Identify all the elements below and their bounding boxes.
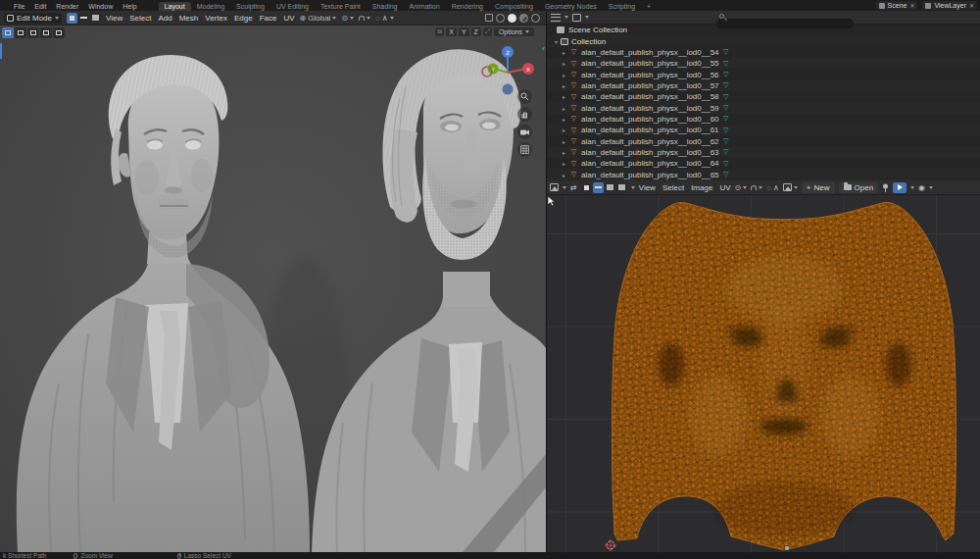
disclosure-arrow-icon[interactable]: ▸ (560, 82, 568, 89)
viewport-menu-item[interactable]: Add (158, 14, 172, 23)
collection-expanded-icon[interactable]: ▾ (552, 38, 561, 45)
workspace-tab[interactable]: Compositing (489, 2, 539, 11)
solid-shading-icon[interactable] (508, 14, 516, 23)
outliner-row[interactable]: ▸▽alan_default_publish_physx__lod0__57▽ (547, 80, 980, 91)
select-lasso-tool-button[interactable] (40, 27, 52, 38)
pan-hand-icon[interactable] (517, 107, 532, 122)
outliner-row[interactable]: ▸▽alan_default_publish_physx__lod0__65▽ (547, 169, 980, 179)
outliner[interactable]: Scene Collection ▾ Collection ▸▽alan_def… (547, 11, 980, 180)
region-divider[interactable] (546, 11, 547, 552)
camera-view-icon[interactable] (517, 125, 532, 139)
uv-island[interactable] (547, 195, 980, 552)
uv-2d-cursor[interactable] (605, 539, 616, 551)
cursor-tool-button[interactable] (53, 27, 65, 38)
workspace-tab[interactable]: Sculpting (230, 2, 270, 11)
outliner-row[interactable]: ▸▽alan_default_publish_physx__lod0__62▽ (547, 135, 980, 146)
xray-toggle-icon[interactable] (485, 14, 493, 22)
orientation-selector[interactable]: ⊕ Global (300, 14, 337, 23)
disclosure-arrow-icon[interactable]: ▸ (560, 127, 568, 133)
viewport-menu-item[interactable]: Mesh (179, 14, 199, 23)
overlays-icon[interactable]: ◉ (918, 183, 925, 192)
viewport-menu-item[interactable]: Edge (234, 14, 253, 23)
remove-viewlayer-icon[interactable]: ✕ (969, 2, 974, 9)
tweak-tool-button[interactable] (2, 27, 14, 38)
select-box-tool-button[interactable] (15, 27, 26, 38)
outliner-row[interactable]: ▸▽alan_default_publish_physx__lod0__61▽ (547, 125, 980, 135)
unlink-scene-icon[interactable]: ✕ (909, 2, 914, 9)
rendered-shading-icon[interactable] (531, 14, 540, 23)
workspace-tab[interactable]: Shading (367, 2, 404, 11)
viewport-menu-item[interactable]: View (106, 14, 122, 23)
snap-selector[interactable] (359, 16, 370, 21)
outliner-row[interactable]: ▸▽alan_default_publish_physx__lod0__60▽ (547, 114, 980, 125)
vertex-select-mode-button[interactable] (67, 13, 77, 24)
outliner-row[interactable]: ▸▽alan_default_publish_physx__lod0__56▽ (547, 69, 980, 79)
mirror-y-toggle[interactable]: Y (459, 27, 469, 36)
pivot-selector[interactable]: ⊙ (341, 14, 354, 23)
disclosure-arrow-icon[interactable]: ▸ (560, 105, 568, 112)
uv-vertex-select-button[interactable] (581, 182, 592, 193)
mirror-x-toggle[interactable]: X (446, 27, 457, 36)
outliner-row[interactable]: ▸▽alan_default_publish_physx__lod0__58▽ (547, 91, 980, 102)
uv-pivot-selector[interactable]: ⊙ (735, 183, 748, 192)
edge-select-mode-button[interactable] (78, 13, 89, 24)
workspace-tab[interactable]: Layout (159, 2, 191, 11)
uv-proportional-editing[interactable]: ◌ ∧ (766, 183, 779, 192)
scene-selector[interactable]: Scene ✕ (876, 1, 918, 10)
outliner-row[interactable]: ▸▽alan_default_publish_physx__lod0__59▽ (547, 102, 980, 113)
gizmo-toggle-icon[interactable] (893, 182, 906, 193)
outliner-editor-type-icon[interactable] (551, 14, 561, 22)
menu-item[interactable]: Help (122, 3, 136, 10)
face-select-mode-button[interactable] (90, 13, 101, 24)
uv-face-select-button[interactable] (605, 182, 615, 193)
display-mode-icon[interactable] (572, 14, 581, 22)
image-browse-selector[interactable] (783, 183, 798, 191)
mode-selector[interactable]: Edit Mode (4, 13, 62, 24)
selected-uv-vertex[interactable] (785, 546, 789, 550)
disclosure-arrow-icon[interactable]: ▸ (560, 93, 568, 100)
ortho-grid-icon[interactable] (517, 142, 532, 157)
workspace-tab[interactable]: Rendering (446, 2, 489, 11)
menu-item[interactable]: Window (88, 3, 113, 10)
workspace-tab[interactable]: Animation (404, 2, 446, 11)
workspace-tab[interactable]: UV Editing (270, 2, 315, 11)
menu-item[interactable]: Render (56, 3, 78, 10)
disclosure-arrow-icon[interactable]: ▸ (560, 49, 568, 56)
uv-menu-item[interactable]: UV (719, 183, 730, 192)
outliner-row[interactable]: ▸▽alan_default_publish_physx__lod0__55▽ (547, 58, 980, 69)
viewport-menu-item[interactable]: Select (129, 14, 151, 23)
3d-viewport[interactable]: Edit Mode ViewSelectAddMeshVertexEdgeFac… (0, 11, 546, 552)
scene-collection-row[interactable]: Scene Collection (547, 25, 980, 35)
disclosure-arrow-icon[interactable]: ▸ (560, 72, 568, 78)
outliner-row[interactable]: ▸▽alan_default_publish_physx__lod0__63▽ (547, 147, 980, 158)
workspace-tab[interactable]: Geometry Nodes (539, 2, 603, 11)
uv-island-select-button[interactable] (616, 182, 627, 193)
outliner-row[interactable]: ▸▽alan_default_publish_physx__lod0__54▽ (547, 47, 980, 58)
proportional-editing[interactable]: ◌ ∧ (375, 14, 394, 23)
options-dropdown[interactable]: Options (494, 27, 534, 36)
uv-menu-item[interactable]: Image (691, 183, 712, 192)
menu-item[interactable]: File (14, 3, 24, 10)
uv-edge-select-button[interactable] (593, 182, 604, 193)
uv-editor-type-icon[interactable] (550, 183, 559, 191)
menu-item[interactable]: Edit (34, 3, 46, 10)
sidebar-toggle-icon[interactable]: ‹ (542, 44, 545, 53)
disclosure-arrow-icon[interactable]: ▸ (560, 149, 568, 156)
open-image-button[interactable]: Open (839, 182, 879, 193)
material-shading-icon[interactable] (519, 14, 528, 23)
uv-sync-selection-icon[interactable]: ⇄ (570, 183, 577, 192)
wireframe-shading-icon[interactable] (496, 14, 505, 23)
new-image-button[interactable]: + New (802, 182, 835, 193)
uv-editor[interactable]: ⇄ ViewSelectImageUV ⊙ ◌ ∧ (547, 180, 980, 552)
uv-island-shape[interactable] (612, 202, 956, 550)
collection-row[interactable]: ▾ Collection (547, 35, 980, 46)
select-circle-tool-button[interactable] (27, 27, 39, 38)
uv-canvas[interactable] (547, 195, 980, 552)
disclosure-arrow-icon[interactable]: ▸ (560, 116, 568, 123)
workspace-tab[interactable]: Texture Paint (315, 2, 367, 11)
pin-icon[interactable] (882, 183, 889, 192)
viewport-menu-item[interactable]: Face (260, 14, 277, 23)
workspace-tab[interactable]: Scripting (603, 2, 641, 11)
viewport-menu-item[interactable]: UV (283, 14, 294, 23)
disclosure-arrow-icon[interactable]: ▸ (560, 138, 568, 145)
